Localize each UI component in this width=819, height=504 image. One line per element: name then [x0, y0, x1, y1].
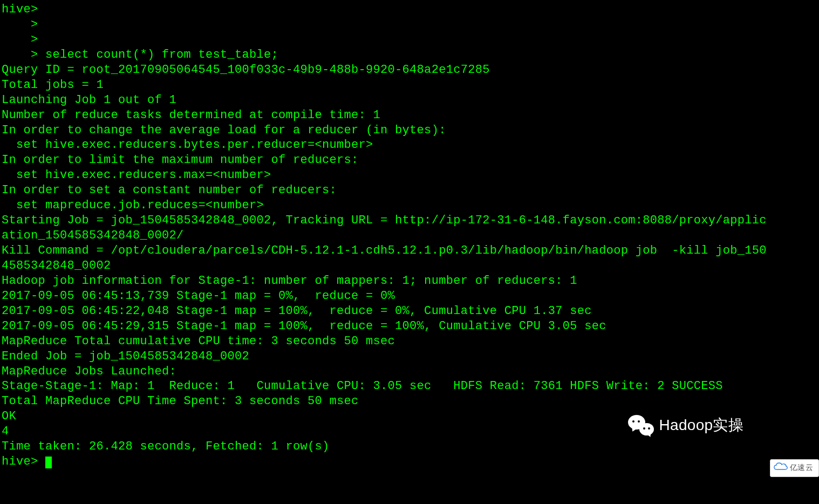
prompt-text: hive> [2, 455, 45, 468]
output-line: MapReduce Jobs Launched: [2, 364, 817, 379]
output-line: 4585342848_0002 [2, 258, 817, 274]
output-line: > select count(*) from test_table; [2, 47, 817, 63]
output-line: Stage-Stage-1: Map: 1 Reduce: 1 Cumulati… [2, 379, 817, 394]
output-line: 2017-09-05 06:45:13,739 Stage-1 map = 0%… [2, 289, 817, 304]
output-line: In order to set a constant number of red… [2, 183, 817, 198]
output-line: Query ID = root_20170905064545_100f033c-… [2, 63, 817, 78]
output-line: 2017-09-05 06:45:22,048 Stage-1 map = 10… [2, 304, 817, 319]
output-line: Kill Command = /opt/cloudera/parcels/CDH… [2, 243, 817, 258]
output-line: MapReduce Total cumulative CPU time: 3 s… [2, 334, 817, 349]
output-line: Number of reduce tasks determined at com… [2, 108, 817, 123]
output-line: Starting Job = job_1504585342848_0002, T… [2, 213, 817, 228]
output-line: Hadoop job information for Stage-1: numb… [2, 274, 817, 289]
output-line: hive> [2, 2, 817, 17]
output-line: > [2, 32, 817, 47]
cursor-icon [45, 457, 52, 468]
output-line: > [2, 17, 817, 32]
output-line: set mapreduce.job.reduces=<number> [2, 198, 817, 213]
output-line: Time taken: 26.428 seconds, Fetched: 1 r… [2, 439, 817, 454]
output-line: Total MapReduce CPU Time Spent: 3 second… [2, 394, 817, 409]
output-line: In order to limit the maximum number of … [2, 153, 817, 168]
output-line: set hive.exec.reducers.bytes.per.reducer… [2, 138, 817, 153]
wechat-icon [628, 414, 654, 437]
output-line: Ended Job = job_1504585342848_0002 [2, 349, 817, 364]
yisu-watermark-text: 亿速云 [790, 463, 813, 473]
yisu-watermark: 亿速云 [770, 459, 819, 477]
output-line: Total jobs = 1 [2, 78, 817, 93]
terminal-output[interactable]: hive> > > > select count(*) from test_ta… [2, 2, 817, 469]
output-line: ation_1504585342848_0002/ [2, 228, 817, 243]
output-line: set hive.exec.reducers.max=<number> [2, 168, 817, 183]
cloud-icon [774, 461, 788, 475]
output-line: In order to change the average load for … [2, 123, 817, 138]
wechat-watermark: Hadoop实操 [628, 414, 743, 437]
output-line: Launching Job 1 out of 1 [2, 93, 817, 108]
prompt-line[interactable]: hive> [2, 454, 817, 469]
wechat-watermark-text: Hadoop实操 [659, 416, 743, 435]
output-line: 2017-09-05 06:45:29,315 Stage-1 map = 10… [2, 319, 817, 334]
